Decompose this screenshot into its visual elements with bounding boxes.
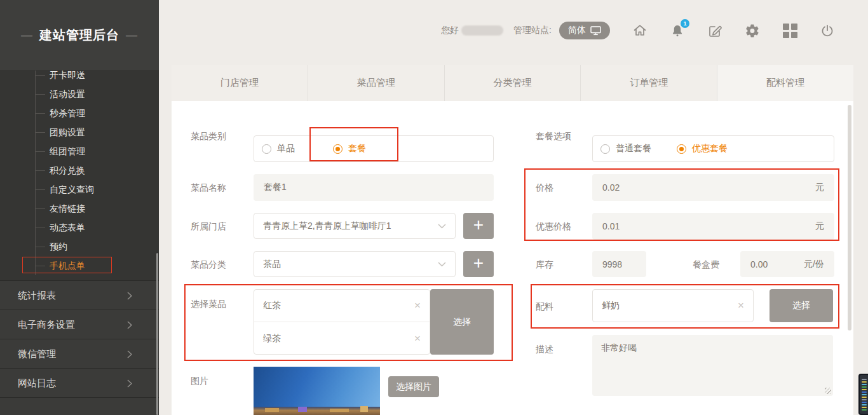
ingredient-label: 配料: [536, 301, 553, 313]
radio-label: 优惠套餐: [692, 143, 728, 154]
edit-icon[interactable]: [707, 23, 722, 38]
box-fee-unit: 元/份: [804, 259, 824, 270]
sidebar-item-points[interactable]: 积分兑换: [0, 161, 159, 180]
dish-form-card: 菜品类别 单品 套餐 菜品名称 套餐1 所属门店 青青原上草2,青青原上草咖啡厅…: [172, 101, 853, 415]
tab-category-management[interactable]: 分类管理: [445, 65, 581, 101]
description-value: 非常好喝: [601, 343, 637, 353]
chevron-right-icon: [127, 350, 132, 358]
notifications-bell-icon[interactable]: 1: [670, 23, 685, 38]
plus-icon: +: [473, 216, 484, 234]
greeting-text: 您好: [441, 25, 459, 36]
description-label: 描述: [536, 344, 553, 355]
sidebar-item-groupbuy[interactable]: 团购设置: [0, 123, 159, 142]
box-fee-label: 餐盒费: [693, 259, 719, 271]
dish-class-value: 茶品: [263, 259, 281, 270]
dish-category-label: 菜品类别: [191, 131, 226, 142]
logout-power-icon[interactable]: [820, 23, 835, 38]
ingredient-value: 鲜奶: [602, 300, 620, 311]
section-label: 微信管理: [18, 348, 56, 359]
remove-dish-icon[interactable]: ×: [414, 299, 421, 312]
select-ingredient-button[interactable]: 选择: [770, 289, 833, 322]
remove-ingredient-icon[interactable]: ×: [738, 299, 744, 312]
apps-grid-icon[interactable]: [782, 23, 797, 38]
combo-option-label: 套餐选项: [536, 131, 571, 142]
sidebar-section-wechat[interactable]: 微信管理: [0, 339, 159, 368]
stock-input[interactable]: 9998: [592, 251, 646, 277]
home-icon[interactable]: [632, 23, 648, 38]
stock-value: 9998: [602, 259, 622, 269]
box-fee-value: 0.00: [750, 259, 768, 269]
stock-label: 库存: [536, 259, 553, 271]
price-input[interactable]: 0.02 元: [592, 174, 834, 201]
sidebar-section-sitelog[interactable]: 网站日志: [0, 368, 159, 397]
logo-dash-right: —: [126, 29, 138, 42]
selected-dish-name: 绿茶: [263, 333, 281, 344]
dish-category-group: 单品 套餐: [254, 135, 494, 162]
sidebar-section-ecommerce[interactable]: 电子商务设置: [0, 310, 159, 339]
radio-normal-combo[interactable]: 普通套餐: [600, 143, 651, 154]
select-dishes-button[interactable]: 选择: [430, 289, 494, 355]
store-select[interactable]: 青青原上草2,青青原上草咖啡厅1: [254, 213, 456, 239]
chevron-right-icon: [127, 292, 132, 300]
radio-label: 单品: [277, 143, 295, 154]
ingredient-input[interactable]: 鲜奶 ×: [592, 289, 754, 322]
select-image-button[interactable]: 选择图片: [388, 376, 439, 397]
image-label: 图片: [191, 376, 208, 387]
settings-gear-icon[interactable]: [745, 23, 760, 38]
sidebar-scrollbar[interactable]: [156, 253, 158, 415]
selected-dishes-list: 红茶 × 绿茶 ×: [254, 289, 430, 355]
box-fee-input[interactable]: 0.00 元/份: [740, 251, 834, 277]
radio-discount-combo[interactable]: 优惠套餐: [677, 143, 728, 154]
radio-circle: [677, 144, 686, 154]
management-tabs: 门店管理 菜品管理 分类管理 订单管理 配料管理: [172, 65, 853, 101]
language-switch-button[interactable]: 简体: [559, 22, 610, 39]
sidebar: — 建站管理后台 — 开卡即送 活动设置 秒杀管理 团购设置 组团管理 积分兑换…: [0, 0, 159, 415]
add-dish-class-button[interactable]: +: [463, 251, 494, 277]
dish-name-label: 菜品名称: [191, 182, 226, 194]
sidebar-item-customquery[interactable]: 自定义查询: [0, 180, 159, 199]
tab-order-management[interactable]: 订单管理: [581, 65, 717, 101]
radio-single-dish[interactable]: 单品: [262, 143, 295, 154]
sidebar-section-stats[interactable]: 统计报表: [0, 280, 159, 310]
sidebar-item-seckill[interactable]: 秒杀管理: [0, 104, 159, 123]
description-textarea[interactable]: 非常好喝: [592, 335, 833, 396]
resize-grip[interactable]: [825, 388, 831, 394]
sidebar-menu: 开卡即送 活动设置 秒杀管理 团购设置 组团管理 积分兑换 自定义查询 友情链接…: [0, 65, 159, 275]
sidebar-item-groupmgmt[interactable]: 组团管理: [0, 142, 159, 161]
content-scrollbar[interactable]: [848, 105, 851, 330]
tab-ingredient-management[interactable]: 配料管理: [717, 65, 853, 101]
add-store-button[interactable]: +: [463, 213, 494, 239]
price-label: 价格: [536, 182, 553, 194]
discount-price-value: 0.01: [602, 221, 620, 231]
manage-site-label: 管理站点:: [513, 25, 552, 36]
section-label: 网站日志: [18, 378, 56, 388]
language-label: 简体: [568, 25, 586, 36]
radio-label: 普通套餐: [616, 143, 651, 154]
remove-dish-icon[interactable]: ×: [414, 332, 421, 345]
tab-store-management[interactable]: 门店管理: [172, 65, 308, 101]
sidebar-item-dynamicform[interactable]: 动态表单: [0, 218, 159, 237]
selected-dish-name: 红茶: [263, 300, 281, 311]
dish-class-label: 菜品分类: [191, 259, 226, 271]
price-unit: 元: [815, 182, 824, 193]
corner-widget: [858, 374, 868, 415]
radio-circle: [333, 144, 342, 154]
sidebar-item-friendlinks[interactable]: 友情链接: [0, 199, 159, 218]
app-logo: — 建站管理后台 —: [0, 0, 159, 70]
dish-name-input[interactable]: 套餐1: [254, 174, 494, 201]
tab-dish-management[interactable]: 菜品管理: [308, 65, 445, 101]
sidebar-sections: 统计报表 电子商务设置 微信管理 网站日志: [0, 280, 159, 415]
chevron-right-icon: [127, 379, 132, 388]
radio-combo[interactable]: 套餐: [333, 143, 366, 154]
discount-price-input[interactable]: 0.01 元: [592, 213, 834, 240]
username-redacted: [461, 25, 503, 36]
dish-class-select[interactable]: 茶品: [254, 251, 456, 277]
monitor-icon: [590, 26, 601, 36]
app-title: 建站管理后台: [39, 27, 119, 44]
chevron-right-icon: [127, 321, 132, 329]
sidebar-item-activity[interactable]: 活动设置: [0, 85, 159, 104]
top-header: 您好 管理站点: 简体 1: [159, 0, 868, 61]
logo-dash-left: —: [21, 29, 33, 42]
notification-badge: 1: [681, 19, 689, 28]
sidebar-item-booking[interactable]: 预约: [0, 237, 159, 256]
